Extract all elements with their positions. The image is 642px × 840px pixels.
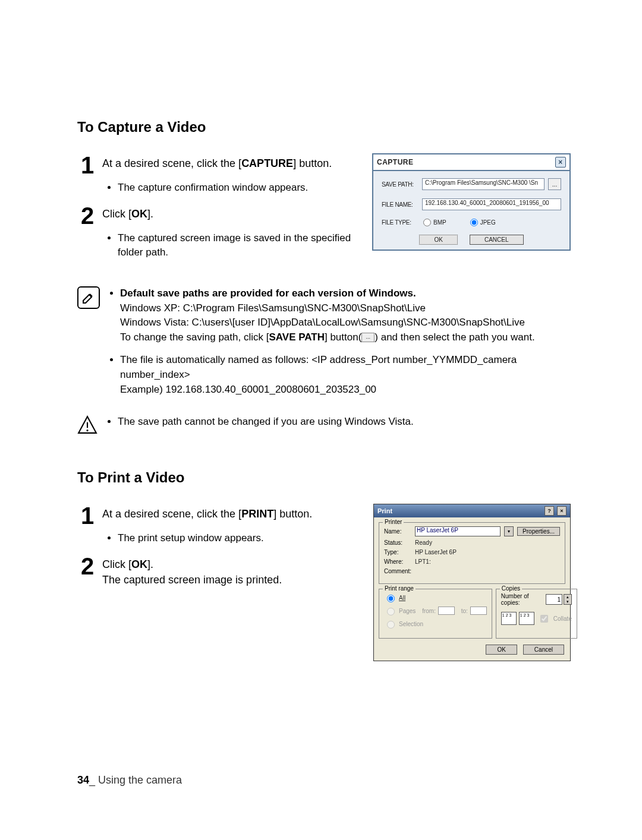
copies-legend: Copies bbox=[500, 585, 522, 592]
warning-body: The save path cannot be changed if you a… bbox=[107, 415, 414, 440]
collate-icons: 1 2 3 1 2 3 bbox=[501, 612, 534, 625]
save-path-input[interactable]: C:\Program Files\Samsung\SNC-M300 \Sn bbox=[422, 178, 545, 190]
collate-icon: 1 2 3 bbox=[519, 612, 534, 625]
copies-label: Number of copies: bbox=[501, 593, 546, 606]
text: ] button. bbox=[273, 508, 312, 520]
capture-left-column: 1 At a desired scene, click the [CAPTURE… bbox=[77, 153, 354, 269]
radio-label: BMP bbox=[433, 219, 446, 226]
step-text: Click [OK]. The captured screen image is… bbox=[102, 554, 282, 588]
to-input bbox=[470, 607, 487, 615]
capture-dialog-titlebar: CAPTURE × bbox=[373, 154, 569, 171]
step-number: 1 bbox=[77, 504, 97, 528]
to-label: to: bbox=[461, 608, 468, 614]
collate-checkbox bbox=[540, 615, 548, 623]
sub-bullet: The print setup window appears. bbox=[118, 531, 355, 546]
ok-button[interactable]: OK bbox=[486, 645, 517, 655]
note-bullet-2: The file is automatically named as follo… bbox=[120, 353, 571, 397]
section-heading-print: To Print a Video bbox=[77, 469, 571, 486]
collate-row: 1 2 3 1 2 3 Collate bbox=[501, 612, 572, 625]
step-number: 1 bbox=[77, 153, 97, 177]
help-icon[interactable]: ? bbox=[545, 506, 554, 516]
svg-point-1 bbox=[86, 430, 88, 431]
step-text: At a desired scene, click the [PRINT] bu… bbox=[102, 504, 312, 522]
note-bullet-1: Default save paths are provided for each… bbox=[120, 286, 571, 345]
capture-step-2: 2 Click [OK]. bbox=[77, 204, 354, 228]
browse-button[interactable]: ... bbox=[548, 178, 561, 190]
range-pages: Pages from: to: bbox=[384, 606, 487, 615]
copies-input[interactable] bbox=[546, 594, 562, 605]
step-text: Click [OK]. bbox=[102, 204, 153, 222]
range-pages-label: Pages bbox=[399, 608, 416, 614]
print-dialog-titlebar: Print ? × bbox=[374, 504, 570, 517]
note-line: Example) 192.168.130.40_60001_20080601_2… bbox=[120, 384, 376, 395]
status-value: Ready bbox=[415, 539, 432, 546]
close-icon[interactable]: × bbox=[557, 506, 567, 516]
print-dialog-title: Print bbox=[377, 507, 392, 514]
capture-step-1-sub: The capture confirmation window appears. bbox=[115, 181, 354, 195]
print-keyword: PRINT bbox=[241, 508, 273, 520]
copies-spinner[interactable]: ▴▾ bbox=[546, 594, 572, 605]
cancel-button[interactable]: Cancel bbox=[523, 645, 564, 655]
file-type-radios: BMP JPEG bbox=[422, 219, 496, 226]
capture-keyword: CAPTURE bbox=[241, 157, 293, 169]
spinner-buttons[interactable]: ▴▾ bbox=[564, 594, 572, 605]
file-type-bmp[interactable]: BMP bbox=[423, 219, 446, 226]
file-type-jpeg[interactable]: JPEG bbox=[470, 219, 496, 226]
browse-icon: ... bbox=[361, 333, 374, 342]
sub-bullet: The captured screen image is saved in th… bbox=[118, 231, 354, 260]
savepath-keyword: SAVE PATH bbox=[269, 331, 325, 343]
note-line: To change the saving path, click [ bbox=[120, 331, 269, 343]
text: Click [ bbox=[102, 208, 131, 220]
warning-icon bbox=[77, 415, 97, 440]
cancel-button[interactable]: CANCEL bbox=[470, 235, 524, 245]
properties-button[interactable]: Properties... bbox=[517, 527, 560, 536]
close-icon[interactable]: × bbox=[555, 157, 566, 168]
note-line: Windows Vista: C:\users\[user ID]\AppDat… bbox=[120, 317, 525, 328]
warning-bullet: The save path cannot be changed if you a… bbox=[118, 415, 414, 430]
capture-dialog-title: CAPTURE bbox=[377, 158, 414, 166]
print-dialog: Print ? × Printer Name: HP LaserJet 6P ▾… bbox=[373, 504, 571, 661]
radio-selection bbox=[387, 621, 395, 629]
radio-bmp[interactable] bbox=[423, 219, 431, 226]
printer-name-select[interactable]: HP LaserJet 6P bbox=[415, 526, 501, 536]
radio-label: JPEG bbox=[480, 219, 496, 226]
printer-fieldset: Printer Name: HP LaserJet 6P ▾ Propertie… bbox=[379, 522, 565, 584]
page-number: 34 bbox=[77, 774, 89, 786]
ok-keyword: OK bbox=[131, 558, 147, 570]
copies-fieldset: Copies Number of copies: ▴▾ 1 2 3 1 2 3 bbox=[496, 589, 577, 639]
range-selection: Selection bbox=[384, 619, 487, 629]
capture-step-2-sub: The captured screen image is saved in th… bbox=[115, 231, 354, 260]
warning-block: The save path cannot be changed if you a… bbox=[77, 415, 571, 440]
save-path-label: SAVE PATH: bbox=[382, 181, 418, 188]
file-type-label: FILE TYPE: bbox=[382, 219, 418, 226]
print-step-1-sub: The print setup window appears. bbox=[115, 531, 355, 546]
status-label: Status: bbox=[384, 539, 411, 546]
print-step-1: 1 At a desired scene, click the [PRINT] … bbox=[77, 504, 355, 528]
sub-bullet: The capture confirmation window appears. bbox=[118, 181, 354, 195]
note-line: ] button( bbox=[325, 331, 361, 343]
chevron-down-icon[interactable]: ▾ bbox=[504, 526, 514, 536]
footer-sep: _ bbox=[89, 774, 98, 786]
type-label: Type: bbox=[384, 549, 411, 555]
text: At a desired scene, click the [ bbox=[102, 157, 241, 169]
section-heading-capture: To Capture a Video bbox=[77, 119, 571, 135]
ok-button[interactable]: OK bbox=[419, 235, 457, 245]
step-number: 2 bbox=[77, 554, 97, 578]
note-body: Default save paths are provided for each… bbox=[109, 286, 571, 405]
text: ]. bbox=[147, 208, 153, 220]
ok-keyword: OK bbox=[131, 208, 147, 220]
text: The captured screen image is printed. bbox=[102, 574, 282, 586]
radio-all[interactable] bbox=[387, 595, 395, 602]
file-name-input[interactable]: 192.168.130.40_60001_20080601_191956_00 bbox=[422, 198, 561, 210]
radio-jpeg[interactable] bbox=[470, 219, 478, 226]
step-text: At a desired scene, click the [CAPTURE] … bbox=[102, 153, 332, 171]
type-value: HP LaserJet 6P bbox=[415, 549, 457, 555]
print-range-fieldset: Print range All Pages from: to: Selectio… bbox=[379, 589, 492, 639]
note-icon bbox=[77, 286, 100, 309]
range-all[interactable]: All bbox=[384, 593, 487, 602]
capture-step-1: 1 At a desired scene, click the [CAPTURE… bbox=[77, 153, 354, 177]
collate-icon: 1 2 3 bbox=[501, 612, 517, 625]
range-all-label: All bbox=[399, 595, 405, 601]
text: ] button. bbox=[293, 157, 332, 169]
file-name-label: FILE NAME: bbox=[382, 201, 418, 208]
